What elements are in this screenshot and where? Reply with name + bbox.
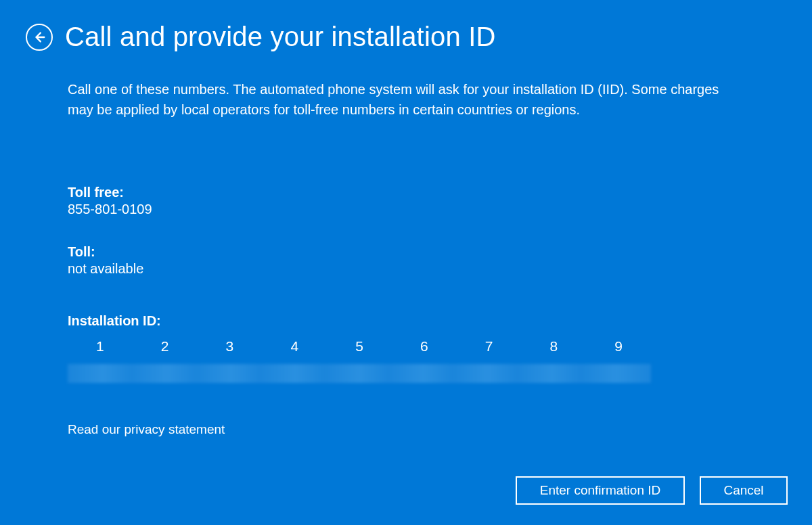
toll-free-label: Toll free:: [68, 185, 744, 200]
id-col-9: 9: [586, 338, 651, 360]
privacy-statement-link[interactable]: Read our privacy statement: [68, 422, 225, 437]
id-col-5: 5: [327, 338, 392, 360]
cancel-button[interactable]: Cancel: [700, 476, 788, 505]
id-col-6: 6: [392, 338, 457, 360]
installation-id-values-blurred: [68, 364, 651, 383]
id-col-3: 3: [198, 338, 263, 360]
arrow-left-icon: [32, 30, 47, 45]
enter-confirmation-id-button[interactable]: Enter confirmation ID: [516, 476, 685, 505]
installation-id-columns: 1 2 3 4 5 6 7 8 9: [68, 338, 651, 360]
id-col-2: 2: [133, 338, 198, 360]
description-text: Call one of these numbers. The automated…: [68, 79, 744, 120]
installation-id-label: Installation ID:: [68, 313, 744, 329]
id-col-8: 8: [521, 338, 586, 360]
toll-free-value: 855-801-0109: [68, 202, 744, 217]
toll-free-section: Toll free: 855-801-0109: [68, 185, 744, 217]
back-button[interactable]: [26, 24, 53, 51]
toll-label: Toll:: [68, 244, 744, 260]
installation-id-section: Installation ID: 1 2 3 4 5 6 7 8 9: [68, 313, 744, 383]
id-col-1: 1: [68, 338, 133, 360]
id-col-7: 7: [457, 338, 522, 360]
toll-value: not available: [68, 261, 744, 277]
id-col-4: 4: [262, 338, 327, 360]
page-title: Call and provide your installation ID: [65, 22, 496, 52]
toll-section: Toll: not available: [68, 244, 744, 277]
